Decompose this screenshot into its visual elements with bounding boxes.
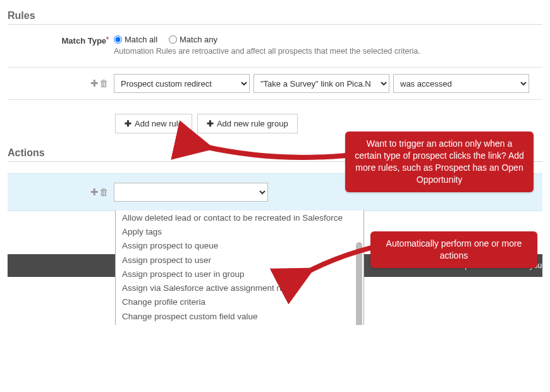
required-asterisk: *: [106, 36, 109, 43]
plus-icon: ✚: [207, 119, 214, 128]
delete-action-icon[interactable]: 🗑: [99, 187, 109, 197]
match-type-label: Match Type*: [52, 35, 109, 46]
delete-rule-icon[interactable]: 🗑: [99, 78, 109, 89]
match-all-radio-label: Match all: [125, 35, 157, 44]
match-any-radio-label: Match any: [180, 35, 217, 44]
action-option[interactable]: Change prospect default field value: [116, 324, 364, 325]
match-all-radio-input[interactable]: [114, 35, 122, 44]
match-any-radio-input[interactable]: [169, 35, 177, 44]
add-new-rule-button[interactable]: ✚ Add new rule: [115, 114, 192, 133]
plus-icon: ✚: [125, 119, 131, 128]
rule-field-select[interactable]: Prospect custom redirect: [114, 74, 250, 93]
add-new-rule-group-button[interactable]: ✚ Add new rule group: [197, 114, 298, 133]
action-option[interactable]: Change profile criteria: [116, 295, 364, 309]
rule-row: ✚🗑 Prospect custom redirect "Take a Surv…: [8, 67, 542, 100]
rule-operator-select[interactable]: was accessed: [393, 74, 529, 93]
rules-header: Rules: [8, 10, 542, 21]
add-new-rule-group-label: Add new rule group: [217, 119, 288, 128]
callout-rules: Want to trigger an action only when a ce…: [345, 132, 534, 192]
action-option[interactable]: Allow deleted lead or contact to be recr…: [116, 211, 364, 225]
add-rule-icon[interactable]: ✚: [89, 78, 99, 89]
add-action-icon[interactable]: ✚: [89, 187, 99, 198]
action-option[interactable]: Apply tags: [116, 225, 364, 239]
match-type-helptext: Automation Rules are retroactive and aff…: [114, 47, 420, 56]
add-new-rule-label: Add new rule: [135, 119, 183, 128]
match-any-radio[interactable]: Match any: [169, 35, 217, 44]
callout-actions: Automatically perform one or more action…: [370, 231, 537, 268]
action-option[interactable]: Assign via Salesforce active assignment …: [116, 281, 364, 295]
arrow-to-add-rule: [197, 137, 349, 168]
rules-divider: [8, 24, 542, 25]
action-option[interactable]: Change prospect custom field value: [116, 310, 364, 324]
arrow-to-actions: [298, 244, 381, 282]
action-select[interactable]: [114, 183, 268, 202]
rule-value-select[interactable]: "Take a Survey" link on Pica.N: [254, 74, 389, 93]
match-all-radio[interactable]: Match all: [114, 35, 157, 44]
